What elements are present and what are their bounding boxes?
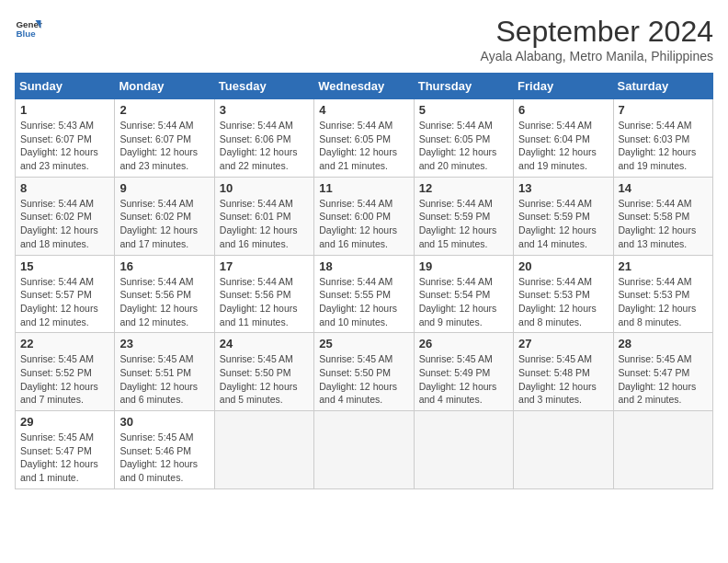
cell-w4-3 (314, 411, 414, 489)
cell-w0-5: 6Sunrise: 5:44 AMSunset: 6:04 PMDaylight… (514, 99, 613, 178)
cell-w4-1: 30Sunrise: 5:45 AMSunset: 5:46 PMDayligh… (115, 411, 214, 489)
cell-w1-5: 13Sunrise: 5:44 AMSunset: 5:59 PMDayligh… (514, 177, 613, 255)
date-w3-2: 24 (220, 337, 309, 350)
date-w1-2: 10 (220, 181, 309, 195)
date-w2-6: 21 (619, 259, 708, 273)
cell-w4-2 (214, 411, 313, 489)
date-w2-2: 17 (220, 259, 309, 273)
week-row-1: 8Sunrise: 5:44 AMSunset: 6:02 PMDaylight… (16, 177, 713, 255)
date-w3-3: 25 (319, 337, 408, 350)
date-w1-5: 13 (518, 181, 608, 195)
info-w3-2: Sunrise: 5:45 AMSunset: 5:50 PMDaylight:… (220, 352, 309, 407)
cell-w4-6 (613, 411, 712, 489)
date-w0-2: 3 (220, 103, 309, 117)
date-w1-1: 9 (119, 181, 209, 195)
info-w0-1: Sunrise: 5:44 AMSunset: 6:07 PMDaylight:… (119, 119, 209, 173)
cell-w3-2: 24Sunrise: 5:45 AMSunset: 5:50 PMDayligh… (214, 333, 313, 411)
header-friday: Friday (514, 74, 613, 99)
cell-w4-4 (414, 411, 513, 489)
info-w3-5: Sunrise: 5:45 AMSunset: 5:48 PMDaylight:… (518, 352, 608, 407)
header-monday: Monday (115, 74, 214, 99)
cell-w0-2: 3Sunrise: 5:44 AMSunset: 6:06 PMDaylight… (214, 99, 313, 178)
cell-w3-5: 27Sunrise: 5:45 AMSunset: 5:48 PMDayligh… (514, 333, 613, 411)
cell-w4-5 (514, 411, 613, 489)
info-w0-6: Sunrise: 5:44 AMSunset: 6:03 PMDaylight:… (619, 119, 708, 173)
cell-w0-6: 7Sunrise: 5:44 AMSunset: 6:03 PMDaylight… (613, 99, 712, 178)
info-w2-0: Sunrise: 5:44 AMSunset: 5:57 PMDaylight:… (20, 275, 109, 329)
date-w2-1: 16 (119, 259, 209, 273)
date-w3-6: 28 (619, 337, 708, 350)
cell-w2-3: 18Sunrise: 5:44 AMSunset: 5:55 PMDayligh… (314, 255, 414, 333)
cell-w1-0: 8Sunrise: 5:44 AMSunset: 6:02 PMDaylight… (16, 177, 115, 255)
info-w2-5: Sunrise: 5:44 AMSunset: 5:53 PMDaylight:… (518, 275, 608, 329)
info-w1-6: Sunrise: 5:44 AMSunset: 5:58 PMDaylight:… (619, 197, 708, 251)
info-w1-4: Sunrise: 5:44 AMSunset: 5:59 PMDaylight:… (419, 197, 508, 251)
date-w1-4: 12 (419, 181, 508, 195)
info-w2-4: Sunrise: 5:44 AMSunset: 5:54 PMDaylight:… (419, 275, 508, 329)
date-w2-3: 18 (319, 259, 408, 273)
cell-w1-4: 12Sunrise: 5:44 AMSunset: 5:59 PMDayligh… (414, 177, 513, 255)
cell-w2-2: 17Sunrise: 5:44 AMSunset: 5:56 PMDayligh… (214, 255, 313, 333)
cell-w3-1: 23Sunrise: 5:45 AMSunset: 5:51 PMDayligh… (115, 333, 214, 411)
date-w0-5: 6 (518, 103, 608, 117)
info-w0-5: Sunrise: 5:44 AMSunset: 6:04 PMDaylight:… (518, 119, 608, 173)
date-w1-6: 14 (619, 181, 708, 195)
date-w2-5: 20 (518, 259, 608, 273)
header-sunday: Sunday (16, 74, 115, 99)
info-w1-3: Sunrise: 5:44 AMSunset: 6:00 PMDaylight:… (319, 197, 408, 251)
cell-w0-3: 4Sunrise: 5:44 AMSunset: 6:05 PMDaylight… (314, 99, 414, 178)
cell-w3-3: 25Sunrise: 5:45 AMSunset: 5:50 PMDayligh… (314, 333, 414, 411)
date-w2-0: 15 (20, 259, 109, 273)
header-tuesday: Tuesday (214, 74, 313, 99)
cell-w0-4: 5Sunrise: 5:44 AMSunset: 6:05 PMDaylight… (414, 99, 513, 178)
info-w1-5: Sunrise: 5:44 AMSunset: 5:59 PMDaylight:… (518, 197, 608, 251)
cell-w4-0: 29Sunrise: 5:45 AMSunset: 5:47 PMDayligh… (16, 411, 115, 489)
date-w3-4: 26 (419, 337, 508, 350)
info-w2-2: Sunrise: 5:44 AMSunset: 5:56 PMDaylight:… (220, 275, 309, 329)
info-w1-2: Sunrise: 5:44 AMSunset: 6:01 PMDaylight:… (220, 197, 309, 251)
cell-w2-1: 16Sunrise: 5:44 AMSunset: 5:56 PMDayligh… (115, 255, 214, 333)
date-w0-3: 4 (319, 103, 408, 117)
date-w3-0: 22 (20, 337, 109, 350)
info-w2-3: Sunrise: 5:44 AMSunset: 5:55 PMDaylight:… (319, 275, 408, 329)
date-w1-0: 8 (20, 181, 109, 195)
svg-text:Blue: Blue (17, 29, 37, 39)
logo: General Blue (15, 15, 42, 42)
date-w4-0: 29 (20, 415, 109, 429)
week-row-4: 29Sunrise: 5:45 AMSunset: 5:47 PMDayligh… (16, 411, 713, 489)
date-w0-1: 2 (119, 103, 209, 117)
cell-w2-0: 15Sunrise: 5:44 AMSunset: 5:57 PMDayligh… (16, 255, 115, 333)
info-w3-4: Sunrise: 5:45 AMSunset: 5:49 PMDaylight:… (419, 352, 508, 407)
date-w3-5: 27 (518, 337, 608, 350)
calendar-title: September 2024 (481, 15, 713, 49)
info-w0-2: Sunrise: 5:44 AMSunset: 6:06 PMDaylight:… (220, 119, 309, 173)
info-w1-1: Sunrise: 5:44 AMSunset: 6:02 PMDaylight:… (119, 197, 209, 251)
header-row: Sunday Monday Tuesday Wednesday Thursday… (16, 74, 713, 99)
date-w0-6: 7 (619, 103, 708, 117)
cell-w1-1: 9Sunrise: 5:44 AMSunset: 6:02 PMDaylight… (115, 177, 214, 255)
header: General Blue September 2024 Ayala Alaban… (15, 15, 713, 63)
info-w4-1: Sunrise: 5:45 AMSunset: 5:46 PMDaylight:… (119, 431, 209, 485)
cell-w1-3: 11Sunrise: 5:44 AMSunset: 6:00 PMDayligh… (314, 177, 414, 255)
week-row-2: 15Sunrise: 5:44 AMSunset: 5:57 PMDayligh… (16, 255, 713, 333)
info-w4-0: Sunrise: 5:45 AMSunset: 5:47 PMDaylight:… (20, 431, 109, 485)
cell-w3-4: 26Sunrise: 5:45 AMSunset: 5:49 PMDayligh… (414, 333, 513, 411)
info-1: Sunrise: 5:43 AMSunset: 6:07 PMDaylight:… (20, 119, 109, 173)
info-w3-3: Sunrise: 5:45 AMSunset: 5:50 PMDaylight:… (319, 352, 408, 407)
date-w2-4: 19 (419, 259, 508, 273)
date-1: 1 (20, 103, 109, 117)
cell-w2-5: 20Sunrise: 5:44 AMSunset: 5:53 PMDayligh… (514, 255, 613, 333)
info-w3-1: Sunrise: 5:45 AMSunset: 5:51 PMDaylight:… (119, 352, 209, 407)
cell-w1-6: 14Sunrise: 5:44 AMSunset: 5:58 PMDayligh… (613, 177, 712, 255)
week-row-3: 22Sunrise: 5:45 AMSunset: 5:52 PMDayligh… (16, 333, 713, 411)
info-w2-1: Sunrise: 5:44 AMSunset: 5:56 PMDaylight:… (119, 275, 209, 329)
date-w0-4: 5 (419, 103, 508, 117)
info-w3-6: Sunrise: 5:45 AMSunset: 5:47 PMDaylight:… (619, 352, 708, 407)
logo-icon: General Blue (15, 15, 42, 42)
header-saturday: Saturday (613, 74, 712, 99)
calendar-subtitle: Ayala Alabang, Metro Manila, Philippines (481, 49, 713, 63)
cell-w0-1: 2Sunrise: 5:44 AMSunset: 6:07 PMDaylight… (115, 99, 214, 178)
date-w1-3: 11 (319, 181, 408, 195)
info-w2-6: Sunrise: 5:44 AMSunset: 5:53 PMDaylight:… (619, 275, 708, 329)
week-row-0: 1Sunrise: 5:43 AMSunset: 6:07 PMDaylight… (16, 99, 713, 178)
